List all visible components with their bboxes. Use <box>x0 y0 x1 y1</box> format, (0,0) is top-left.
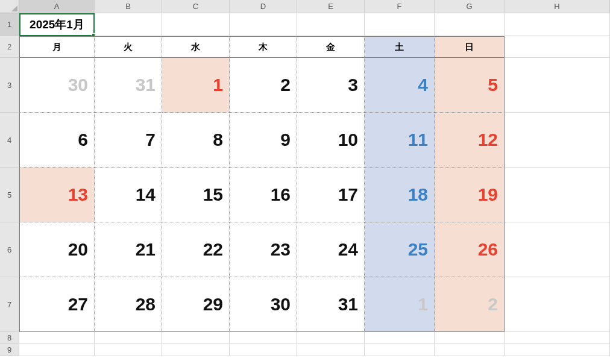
col-G[interactable]: G <box>435 0 505 13</box>
row-4[interactable]: 4 <box>0 113 19 168</box>
calendar-day[interactable]: 4 <box>365 58 435 113</box>
calendar-day[interactable]: 12 <box>435 113 505 168</box>
row-2[interactable]: 2 <box>0 36 19 58</box>
cell[interactable] <box>505 113 610 168</box>
cell[interactable] <box>365 13 435 36</box>
cell[interactable] <box>435 344 505 356</box>
cell[interactable] <box>505 332 610 344</box>
calendar-day[interactable]: 30 <box>230 277 297 332</box>
cell[interactable] <box>365 344 435 356</box>
calendar-day[interactable]: 6 <box>19 113 95 168</box>
calendar-day[interactable]: 16 <box>230 168 297 222</box>
day-number: 12 <box>478 130 498 150</box>
calendar-day[interactable]: 11 <box>365 113 435 168</box>
cell[interactable] <box>505 58 610 113</box>
cell[interactable] <box>162 344 230 356</box>
day-header[interactable]: 月 <box>19 36 95 58</box>
row-6[interactable]: 6 <box>0 222 19 277</box>
calendar-day[interactable]: 31 <box>95 58 162 113</box>
calendar-day[interactable]: 7 <box>95 113 162 168</box>
cell[interactable] <box>19 344 95 356</box>
cell[interactable] <box>505 36 610 58</box>
day-header[interactable]: 土 <box>365 36 435 58</box>
day-number: 10 <box>338 130 358 150</box>
calendar-day[interactable]: 20 <box>19 222 95 277</box>
calendar-day[interactable]: 26 <box>435 222 505 277</box>
cell[interactable] <box>435 13 505 36</box>
day-header[interactable]: 日 <box>435 36 505 58</box>
calendar-day[interactable]: 14 <box>95 168 162 222</box>
col-H[interactable]: H <box>505 0 610 13</box>
row-8[interactable]: 8 <box>0 332 19 344</box>
cell[interactable] <box>162 13 230 36</box>
calendar-day[interactable]: 10 <box>297 113 365 168</box>
cell[interactable] <box>95 13 162 36</box>
col-B[interactable]: B <box>95 0 162 13</box>
day-header-label: 土 <box>395 42 404 53</box>
day-number: 27 <box>68 294 88 315</box>
col-F[interactable]: F <box>365 0 435 13</box>
calendar-day[interactable]: 22 <box>162 222 230 277</box>
row-5[interactable]: 5 <box>0 168 19 222</box>
col-A[interactable]: A <box>19 0 95 13</box>
row-1[interactable]: 1 <box>0 13 19 36</box>
calendar-day[interactable]: 23 <box>230 222 297 277</box>
calendar-day[interactable]: 13 <box>19 168 95 222</box>
row-9[interactable]: 9 <box>0 344 19 356</box>
calendar-day[interactable]: 25 <box>365 222 435 277</box>
calendar-day[interactable]: 3 <box>297 58 365 113</box>
day-header[interactable]: 金 <box>297 36 365 58</box>
calendar-day[interactable]: 28 <box>95 277 162 332</box>
col-E[interactable]: E <box>297 0 365 13</box>
cell[interactable] <box>435 332 505 344</box>
cell[interactable] <box>19 332 95 344</box>
day-header[interactable]: 火 <box>95 36 162 58</box>
day-number: 21 <box>136 239 156 260</box>
cell[interactable] <box>230 13 297 36</box>
day-number: 2 <box>488 294 498 315</box>
calendar-day[interactable]: 9 <box>230 113 297 168</box>
title-cell[interactable]: 2025年1月 <box>19 13 95 36</box>
cell[interactable] <box>162 332 230 344</box>
cell[interactable] <box>95 344 162 356</box>
day-number: 4 <box>418 75 428 95</box>
select-all-corner[interactable] <box>0 0 19 13</box>
cell[interactable] <box>505 277 610 332</box>
cell[interactable] <box>95 332 162 344</box>
calendar-day[interactable]: 31 <box>297 277 365 332</box>
calendar-day[interactable]: 24 <box>297 222 365 277</box>
cell[interactable] <box>365 332 435 344</box>
calendar-day[interactable]: 1 <box>162 58 230 113</box>
col-D[interactable]: D <box>230 0 297 13</box>
day-number: 31 <box>136 75 156 95</box>
cell[interactable] <box>297 13 365 36</box>
calendar-day[interactable]: 15 <box>162 168 230 222</box>
calendar-day[interactable]: 5 <box>435 58 505 113</box>
calendar-day[interactable]: 30 <box>19 58 95 113</box>
calendar-day[interactable]: 19 <box>435 168 505 222</box>
day-number: 25 <box>408 239 428 260</box>
cell[interactable] <box>230 344 297 356</box>
calendar-day[interactable]: 18 <box>365 168 435 222</box>
row-7[interactable]: 7 <box>0 277 19 332</box>
cell[interactable] <box>297 332 365 344</box>
row-3[interactable]: 3 <box>0 58 19 113</box>
calendar-day[interactable]: 2 <box>435 277 505 332</box>
day-header[interactable]: 木 <box>230 36 297 58</box>
col-C[interactable]: C <box>162 0 230 13</box>
cell[interactable] <box>297 344 365 356</box>
title-text: 2025年1月 <box>30 17 84 33</box>
calendar-day[interactable]: 8 <box>162 113 230 168</box>
cell[interactable] <box>505 168 610 222</box>
calendar-day[interactable]: 29 <box>162 277 230 332</box>
calendar-day[interactable]: 21 <box>95 222 162 277</box>
calendar-day[interactable]: 27 <box>19 277 95 332</box>
day-header[interactable]: 水 <box>162 36 230 58</box>
cell[interactable] <box>505 222 610 277</box>
calendar-day[interactable]: 1 <box>365 277 435 332</box>
cell[interactable] <box>230 332 297 344</box>
cell[interactable] <box>505 344 610 356</box>
calendar-day[interactable]: 2 <box>230 58 297 113</box>
calendar-day[interactable]: 17 <box>297 168 365 222</box>
cell[interactable] <box>505 13 610 36</box>
